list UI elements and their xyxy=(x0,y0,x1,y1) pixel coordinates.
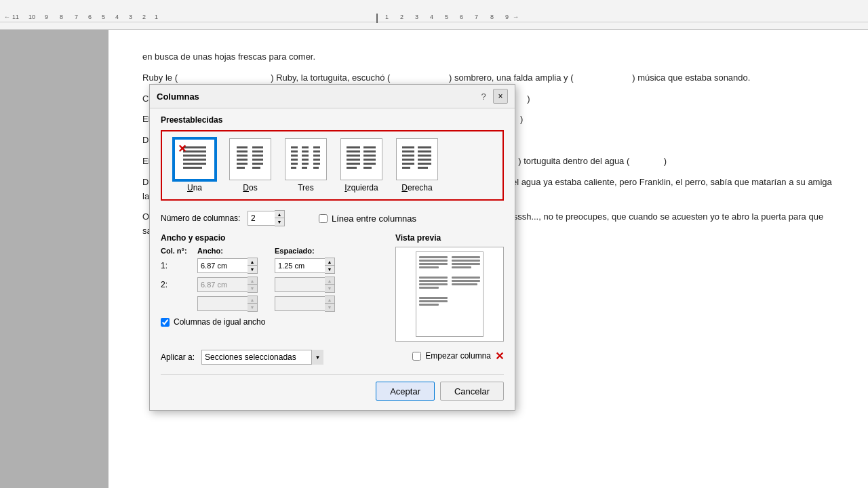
col-3-espaciado-btns: ▲ ▼ xyxy=(325,296,335,312)
svg-rect-43 xyxy=(291,146,298,148)
col-2-label: 2: xyxy=(161,280,195,289)
svg-rect-73 xyxy=(402,146,414,148)
cancel-button[interactable]: Cancelar xyxy=(440,382,504,401)
svg-text:2: 2 xyxy=(400,14,403,20)
col-1-espaciado-down[interactable]: ▼ xyxy=(325,266,334,273)
close-button[interactable]: × xyxy=(493,89,508,104)
col-2-espaciado-down[interactable]: ▼ xyxy=(325,285,334,292)
preview-col-1 xyxy=(419,256,448,332)
num-columns-down[interactable]: ▼ xyxy=(275,218,284,226)
empezar-checkbox[interactable] xyxy=(412,352,421,361)
svg-rect-62 xyxy=(347,150,360,152)
col-3-ancho-down[interactable]: ▼ xyxy=(248,304,257,311)
horizontal-ruler: 1110 98 76 54 32 1 12 34 56 78 9 ← → xyxy=(0,0,868,30)
columnas-dialog: Columnas ? × Preestablecidas ✕ xyxy=(149,84,515,411)
col-3-espaciado-input[interactable] xyxy=(275,296,325,311)
num-columns-spinner[interactable]: ▲ ▼ xyxy=(248,210,285,226)
preset-dos[interactable]: Dos xyxy=(226,138,275,192)
col-2-ancho-btns: ▲ ▼ xyxy=(248,277,258,293)
preset-tres-svg xyxy=(289,142,323,176)
dialog-title: Columnas xyxy=(157,92,199,102)
col-1-ancho-spinner[interactable]: ▲ ▼ xyxy=(197,258,272,274)
preset-tres-icon xyxy=(285,138,327,180)
col-1-ancho-up[interactable]: ▲ xyxy=(248,258,257,266)
svg-rect-54 xyxy=(302,167,307,169)
col-3-ancho-up[interactable]: ▲ xyxy=(248,296,257,304)
accept-button[interactable]: Aceptar xyxy=(376,382,435,401)
svg-rect-42 xyxy=(252,167,260,169)
col-2-ancho-up[interactable]: ▲ xyxy=(248,277,257,285)
svg-rect-33 xyxy=(237,155,248,157)
col-1-ancho-down[interactable]: ▼ xyxy=(248,266,257,273)
dialog-actions: Aceptar Cancelar xyxy=(161,374,504,401)
preset-una[interactable]: ✕ Una xyxy=(170,138,219,192)
espaciado-header: Espaciado: xyxy=(275,247,349,255)
col-1-espaciado-spinner[interactable]: ▲ ▼ xyxy=(275,258,349,274)
svg-rect-77 xyxy=(402,163,414,165)
preview-line xyxy=(452,283,477,285)
col-2-espaciado-spinner[interactable]: ▲ ▼ xyxy=(275,277,349,293)
col-1-espaciado-up[interactable]: ▲ xyxy=(325,258,334,266)
igual-ancho-label[interactable]: Columnas de igual ancho xyxy=(161,317,386,327)
preset-tres[interactable]: Tres xyxy=(281,138,330,192)
svg-rect-26 xyxy=(183,150,206,152)
svg-text:7: 7 xyxy=(75,14,78,20)
col-2-espaciado-up[interactable]: ▲ xyxy=(325,277,334,285)
preview-line xyxy=(452,280,480,282)
svg-text:4: 4 xyxy=(430,14,433,20)
apply-select[interactable]: Secciones seleccionadas Todo el document… xyxy=(201,350,323,365)
svg-rect-71 xyxy=(363,163,376,165)
svg-text:7: 7 xyxy=(475,14,478,20)
preview-line xyxy=(452,260,480,262)
preview-label: Vista previa xyxy=(395,233,504,243)
svg-text:9: 9 xyxy=(505,14,509,20)
svg-text:4: 4 xyxy=(115,14,119,20)
col-2-ancho-input[interactable] xyxy=(197,277,248,292)
col-2-ancho-down[interactable]: ▼ xyxy=(248,285,257,292)
svg-rect-55 xyxy=(313,146,320,148)
apply-label: Aplicar a: xyxy=(161,352,195,362)
svg-rect-25 xyxy=(183,146,206,148)
col-3-espaciado-down[interactable]: ▼ xyxy=(325,304,334,311)
col-no-header: Col. n°: xyxy=(161,247,195,255)
svg-rect-35 xyxy=(237,163,248,165)
col-1-ancho-btns: ▲ ▼ xyxy=(248,258,258,274)
svg-rect-76 xyxy=(402,159,414,161)
svg-rect-48 xyxy=(291,167,296,169)
num-columns-input[interactable] xyxy=(248,211,275,226)
preset-derecha-svg xyxy=(400,142,434,176)
preview-line xyxy=(419,266,439,268)
svg-text:3: 3 xyxy=(129,14,132,20)
linea-checkbox[interactable] xyxy=(319,214,328,223)
svg-rect-34 xyxy=(237,159,248,161)
col-1-espaciado-btns: ▲ ▼ xyxy=(325,258,335,274)
svg-rect-63 xyxy=(347,155,360,157)
svg-rect-50 xyxy=(302,150,309,152)
help-button[interactable]: ? xyxy=(477,89,490,103)
empezar-label[interactable]: Empezar columna xyxy=(425,351,491,361)
svg-rect-36 xyxy=(237,167,245,169)
preset-derecha-icon xyxy=(396,138,438,180)
svg-rect-45 xyxy=(291,155,298,157)
linea-label[interactable]: Línea entre columnas xyxy=(332,214,416,224)
svg-rect-1 xyxy=(0,22,868,22)
col-3-espaciado-spinner[interactable]: ▲ ▼ xyxy=(275,296,349,312)
num-columns-up[interactable]: ▲ xyxy=(275,211,284,218)
preset-derecha-label: Derecha xyxy=(401,183,432,192)
preset-derecha[interactable]: Derecha xyxy=(393,138,441,192)
col-3-ancho-spinner[interactable]: ▲ ▼ xyxy=(197,296,272,312)
col-3-ancho-input[interactable] xyxy=(197,296,248,311)
svg-text:6: 6 xyxy=(88,14,92,20)
preview-line xyxy=(452,266,471,268)
col-2-ancho-spinner[interactable]: ▲ ▼ xyxy=(197,277,272,293)
col-1-espaciado-input[interactable] xyxy=(275,258,325,273)
col-1-ancho-input[interactable] xyxy=(197,258,248,273)
svg-text:3: 3 xyxy=(415,14,418,20)
svg-rect-69 xyxy=(363,155,376,157)
preview-line xyxy=(452,277,480,279)
igual-ancho-checkbox[interactable] xyxy=(161,318,170,327)
preset-izquierda[interactable]: Izquierda xyxy=(337,138,386,192)
col-2-espaciado-input[interactable] xyxy=(275,277,325,292)
col-3-espaciado-up[interactable]: ▲ xyxy=(325,296,334,304)
svg-rect-52 xyxy=(302,159,309,161)
